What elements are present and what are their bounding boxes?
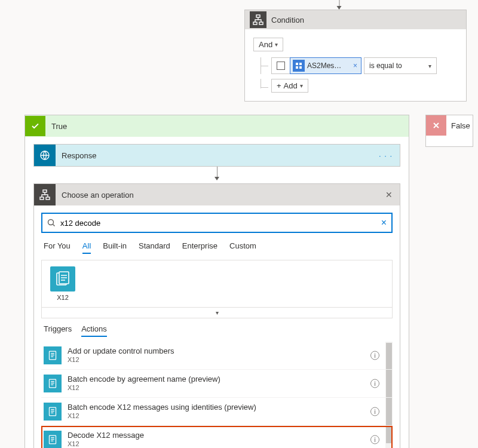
action-text: Add or update control numbers X12 — [68, 346, 381, 364]
action-name: Decode X12 message — [68, 431, 381, 440]
x12-icon — [50, 266, 75, 291]
globe-icon — [34, 145, 56, 166]
condition-card: Condition And ▾ AS2Mes… × is equal to ▾ — [244, 10, 467, 102]
action-text: Batch encode by agreement name (preview)… — [68, 375, 381, 392]
action-text: Batch encode X12 messages using identiti… — [68, 403, 381, 421]
response-header[interactable]: Response · · · — [34, 145, 400, 166]
condition-add-label: Add — [284, 81, 298, 90]
info-icon[interactable]: i — [370, 435, 379, 444]
condition-add-button[interactable]: + Add ▾ — [271, 79, 308, 93]
false-branch: False — [425, 115, 473, 147]
tree-line — [261, 79, 271, 88]
trigger-action-tabs: Triggers Actions — [44, 324, 390, 337]
svg-rect-5 — [296, 66, 298, 69]
filter-all[interactable]: All — [82, 241, 91, 254]
tab-actions[interactable]: Actions — [81, 324, 107, 337]
filter-enterprise[interactable]: Enterprise — [182, 241, 217, 254]
action-name: Add or update control numbers — [68, 346, 381, 356]
tree-line — [261, 57, 271, 74]
filter-foryou[interactable]: For You — [44, 241, 71, 254]
flow-arrow-top — [339, 0, 340, 9]
svg-rect-2 — [259, 22, 263, 24]
operation-search[interactable]: × — [41, 213, 393, 233]
true-branch-label: True — [51, 122, 67, 131]
choose-operation-header: Choose an operation ✕ — [34, 184, 400, 205]
filter-builtin[interactable]: Built-in — [103, 241, 127, 254]
svg-rect-0 — [256, 15, 260, 17]
x12-icon — [44, 403, 62, 421]
action-item[interactable]: Batch encode X12 messages using identiti… — [41, 398, 393, 426]
choose-operation-panel: Choose an operation ✕ × For You All Buil… — [33, 183, 400, 448]
response-panel: Response · · · — [33, 144, 400, 167]
close-icon — [426, 115, 446, 136]
condition-row: AS2Mes… × is equal to ▾ — [253, 57, 458, 74]
action-connector: X12 — [68, 384, 381, 392]
token-label: AS2Mes… — [307, 62, 341, 70]
action-connector: X12 — [68, 440, 381, 448]
filter-standard[interactable]: Standard — [139, 241, 170, 254]
choose-close[interactable]: ✕ — [383, 190, 395, 200]
connector-tile-x12[interactable]: X12 — [48, 266, 78, 301]
true-branch: True Response · · · Choose an operation … — [24, 115, 409, 448]
connector-grid: X12 — [41, 260, 393, 308]
token-icon — [293, 60, 305, 72]
action-item-decode-x12[interactable]: Decode X12 message X12 i — [41, 426, 393, 448]
condition-connector-label: And — [259, 40, 272, 49]
action-item[interactable]: Batch encode by agreement name (preview)… — [41, 370, 393, 398]
operation-filter-tabs: For You All Built-in Standard Enterprise… — [44, 241, 390, 254]
svg-rect-9 — [40, 197, 44, 200]
info-icon[interactable]: i — [370, 407, 379, 416]
filter-custom[interactable]: Custom — [229, 241, 256, 254]
choose-operation-title: Choose an operation — [62, 191, 383, 200]
condition-operator[interactable]: is equal to ▾ — [364, 57, 437, 74]
chevron-down-icon: ▾ — [275, 41, 278, 48]
connector-tile-label: X12 — [57, 294, 69, 301]
action-connector: X12 — [68, 412, 381, 421]
action-item[interactable]: Add or update control numbers X12 i — [41, 342, 393, 370]
svg-rect-4 — [299, 63, 302, 65]
tab-triggers[interactable]: Triggers — [44, 324, 72, 337]
info-icon[interactable]: i — [370, 351, 379, 360]
action-list: Add or update control numbers X12 i Batc… — [41, 342, 393, 448]
token-remove[interactable]: × — [352, 62, 358, 70]
chevron-down-icon: ▾ — [216, 309, 219, 316]
action-name: Batch encode by agreement name (preview) — [68, 375, 381, 384]
svg-rect-17 — [49, 435, 56, 444]
svg-rect-10 — [46, 197, 50, 200]
condition-operand-token[interactable]: AS2Mes… × — [290, 57, 361, 74]
action-name: Batch encode X12 messages using identiti… — [68, 403, 381, 412]
action-text: Decode X12 message X12 — [68, 431, 381, 448]
condition-body: And ▾ AS2Mes… × is equal to ▾ + Add — [245, 29, 466, 101]
svg-rect-6 — [299, 66, 302, 69]
false-branch-label: False — [451, 121, 470, 130]
svg-rect-15 — [49, 379, 56, 388]
condition-checkbox[interactable] — [271, 57, 290, 74]
condition-add-row: + Add ▾ — [253, 79, 458, 93]
chevron-down-icon: ▾ — [300, 82, 303, 89]
condition-icon — [250, 11, 266, 28]
search-clear[interactable]: × — [381, 217, 387, 228]
flow-arrow — [33, 167, 400, 183]
condition-operator-label: is equal to — [369, 62, 402, 70]
operation-icon — [34, 184, 56, 205]
true-branch-header[interactable]: True — [25, 115, 409, 137]
check-icon — [25, 116, 45, 136]
response-menu[interactable]: · · · — [376, 151, 395, 160]
action-connector: X12 — [68, 356, 381, 364]
x12-icon — [44, 375, 62, 392]
search-icon — [47, 219, 56, 227]
info-icon[interactable]: i — [370, 379, 379, 388]
svg-point-11 — [48, 220, 54, 225]
svg-rect-1 — [253, 22, 257, 24]
x12-icon — [44, 431, 62, 448]
svg-rect-14 — [49, 351, 56, 360]
operation-search-input[interactable] — [60, 219, 376, 228]
condition-title: Condition — [271, 16, 304, 24]
x12-icon — [44, 346, 62, 364]
expand-connectors[interactable]: ▾ — [41, 308, 393, 318]
condition-header[interactable]: Condition — [245, 10, 466, 29]
false-branch-header[interactable]: False — [426, 115, 473, 136]
condition-connector[interactable]: And ▾ — [253, 38, 283, 51]
true-branch-body: Response · · · Choose an operation ✕ — [25, 137, 409, 448]
plus-icon: + — [277, 81, 281, 90]
